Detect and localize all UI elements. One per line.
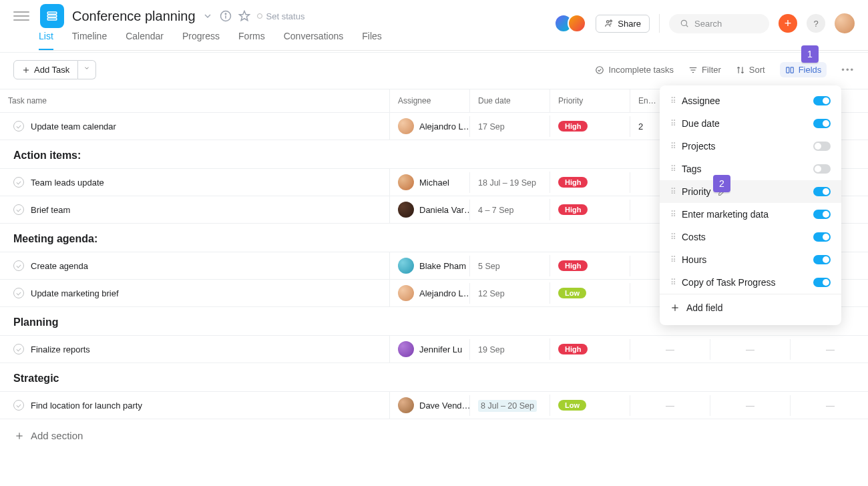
toggle[interactable] — [813, 164, 831, 174]
sort-label: Sort — [749, 65, 765, 75]
toggle[interactable] — [813, 278, 831, 287]
task-row[interactable]: Finalize reportsJennifer Lu19 SepHigh——— — [0, 336, 868, 363]
drag-handle-icon[interactable]: ⠿ — [670, 96, 675, 105]
svg-point-5 — [225, 13, 226, 15]
svg-rect-0 — [47, 12, 57, 14]
avatar — [398, 118, 414, 134]
global-add-button[interactable]: + — [779, 14, 797, 33]
drag-handle-icon[interactable]: ⠿ — [670, 119, 675, 128]
column-header[interactable]: Priority — [550, 89, 630, 112]
assignee-name: Jennifer Lu — [419, 344, 462, 354]
chevron-down-icon[interactable] — [202, 11, 213, 21]
complete-check-icon[interactable] — [13, 177, 24, 188]
divider — [659, 14, 660, 33]
filter-label: Filter — [702, 65, 721, 75]
project-icon — [40, 4, 64, 28]
priority-pill: High — [558, 260, 588, 271]
toggle[interactable] — [813, 96, 831, 105]
info-icon[interactable] — [220, 10, 232, 22]
fields-button[interactable]: Fields — [780, 62, 827, 77]
add-task-button[interactable]: Add Task — [13, 60, 78, 79]
svg-marker-6 — [239, 11, 249, 21]
project-tabs: ListTimelineCalendarProgressFormsConvers… — [39, 31, 868, 51]
field-label: Assignee — [682, 95, 720, 106]
drag-handle-icon[interactable]: ⠿ — [670, 187, 675, 196]
more-icon[interactable]: ••• — [841, 65, 855, 75]
field-option[interactable]: ⠿Costs — [660, 226, 841, 248]
field-option[interactable]: ⠿Tags — [660, 158, 841, 180]
field-option[interactable]: ⠿Assignee — [660, 89, 841, 112]
field-option[interactable]: ⠿Hours — [660, 248, 841, 271]
task-name: Update marketing brief — [31, 288, 119, 298]
drag-handle-icon[interactable]: ⠿ — [670, 278, 675, 287]
complete-check-icon[interactable] — [13, 288, 24, 298]
drag-handle-icon[interactable]: ⠿ — [670, 232, 675, 242]
complete-check-icon[interactable] — [13, 204, 24, 215]
avatar[interactable] — [835, 13, 855, 33]
project-title[interactable]: Conference planning — [72, 9, 196, 24]
tab-calendar[interactable]: Calendar — [126, 31, 164, 50]
toggle[interactable] — [813, 210, 831, 219]
task-row[interactable]: Find location for launch partyDave Vend…… — [0, 392, 868, 419]
field-option[interactable]: ⠿Projects — [660, 135, 841, 158]
field-option[interactable]: ⠿Copy of Task Progress — [660, 271, 841, 294]
add-task-dropdown[interactable] — [78, 60, 96, 79]
task-name: Brief team — [31, 205, 70, 215]
avatar — [398, 202, 414, 218]
incomplete-tasks-filter[interactable]: Incomplete tasks — [595, 65, 674, 75]
section-header[interactable]: Strategic — [0, 363, 868, 392]
tab-progress[interactable]: Progress — [182, 31, 220, 50]
drag-handle-icon[interactable]: ⠿ — [670, 210, 675, 219]
column-header[interactable]: Task name — [0, 89, 389, 112]
help-button[interactable]: ? — [807, 14, 825, 33]
toggle[interactable] — [813, 255, 831, 264]
sort-button[interactable]: Sort — [736, 65, 765, 75]
task-name: Finalize reports — [31, 344, 90, 354]
share-button[interactable]: Share — [596, 15, 650, 33]
assignee-name: Dave Vend… — [419, 401, 469, 411]
add-field-button[interactable]: Add field — [660, 294, 841, 321]
complete-check-icon[interactable] — [13, 344, 24, 354]
add-section-button[interactable]: Add section — [0, 419, 868, 452]
complete-check-icon[interactable] — [13, 121, 24, 132]
field-option[interactable]: ⠿Priority — [660, 180, 841, 203]
share-label: Share — [618, 19, 641, 29]
task-name: Find location for launch party — [31, 401, 142, 411]
drag-handle-icon[interactable]: ⠿ — [670, 164, 675, 174]
set-status-button[interactable]: Set status — [257, 11, 305, 21]
fields-label: Fields — [799, 65, 822, 75]
field-option[interactable]: ⠿Enter marketing data — [660, 203, 841, 226]
field-label: Priority — [682, 186, 711, 197]
tab-timeline[interactable]: Timeline — [72, 31, 107, 50]
toggle[interactable] — [813, 142, 831, 151]
toggle[interactable] — [813, 187, 831, 196]
drag-handle-icon[interactable]: ⠿ — [670, 255, 675, 264]
empty-cell: — — [718, 344, 782, 354]
members-avatars[interactable] — [560, 14, 586, 33]
add-field-label: Add field — [686, 302, 722, 313]
complete-check-icon[interactable] — [13, 260, 24, 271]
column-header[interactable]: Assignee — [389, 89, 469, 112]
field-label: Tags — [682, 164, 702, 174]
tab-files[interactable]: Files — [362, 31, 382, 50]
due-date: 8 Jul – 20 Sep — [478, 400, 537, 412]
priority-pill: Low — [558, 400, 586, 411]
drag-handle-icon[interactable]: ⠿ — [670, 142, 675, 151]
tab-list[interactable]: List — [39, 31, 53, 50]
star-icon[interactable] — [238, 10, 250, 22]
due-date: 19 Sep — [478, 345, 505, 354]
search-input[interactable]: Search — [669, 14, 769, 33]
filter-button[interactable]: Filter — [688, 65, 721, 75]
toggle[interactable] — [813, 232, 831, 242]
column-header[interactable]: Due date — [469, 89, 550, 112]
priority-pill: High — [558, 344, 588, 354]
due-date: 4 – 7 Sep — [478, 206, 514, 215]
toggle[interactable] — [813, 119, 831, 128]
priority-pill: High — [558, 121, 588, 132]
complete-check-icon[interactable] — [13, 400, 24, 411]
menu-toggle[interactable] — [13, 8, 29, 24]
field-option[interactable]: ⠿Due date — [660, 112, 841, 135]
priority-pill: Low — [558, 288, 586, 298]
tab-conversations[interactable]: Conversations — [284, 31, 344, 50]
tab-forms[interactable]: Forms — [238, 31, 265, 50]
